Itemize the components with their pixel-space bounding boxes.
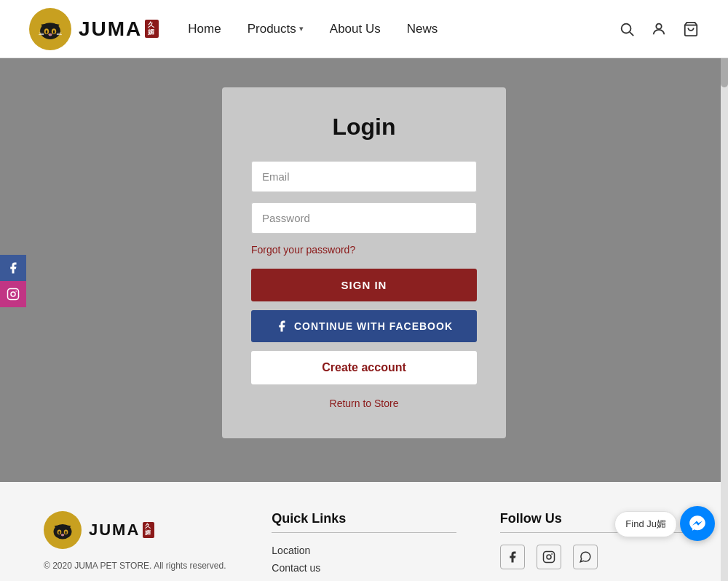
svg-point-1 <box>11 292 15 296</box>
footer-instagram-icon[interactable] <box>537 545 561 569</box>
cart-button[interactable] <box>683 21 699 37</box>
facebook-icon <box>275 320 288 333</box>
svg-point-15 <box>622 23 631 33</box>
footer-contact-link[interactable]: Contact us <box>272 562 456 574</box>
logo-cat-icon <box>36 15 64 43</box>
main-content: Login Forgot your password? SIGN IN CONT… <box>0 58 728 482</box>
footer-logo: JUMA 久 媚 <box>44 511 228 549</box>
find-juma-button[interactable]: Find Ju媚 <box>614 511 677 537</box>
svg-point-8 <box>46 30 48 33</box>
forgot-password-link[interactable]: Forgot your password? <box>251 244 477 256</box>
login-card: Login Forgot your password? SIGN IN CONT… <box>222 87 506 438</box>
products-chevron-icon: ▾ <box>299 24 304 33</box>
account-button[interactable] <box>651 21 667 37</box>
footer-quick-links: Quick Links Location Contact us <box>272 511 456 580</box>
footer-left: JUMA 久 媚 © 2020 JUMA PET STORE. All righ… <box>44 511 228 571</box>
svg-point-10 <box>48 33 52 36</box>
footer-logo-text: JUMA 久 媚 <box>89 521 154 540</box>
logo-text: JUMA 久 媚 <box>79 17 159 41</box>
svg-rect-0 <box>8 289 19 300</box>
nav-home[interactable]: Home <box>188 22 221 36</box>
login-title: Login <box>251 114 477 141</box>
footer-facebook-icon[interactable] <box>500 545 525 569</box>
sidebar-instagram-button[interactable] <box>0 281 26 307</box>
facebook-login-button[interactable]: CONTINUE WITH FACEBOOK <box>251 310 477 342</box>
password-input[interactable] <box>251 202 477 234</box>
return-to-store-link[interactable]: Return to Store <box>251 398 477 409</box>
quick-links-divider <box>272 532 456 533</box>
header: JUMA 久 媚 Home Products ▾ About Us News <box>0 0 728 58</box>
header-icons <box>619 21 699 37</box>
quick-links-title: Quick Links <box>272 511 456 526</box>
footer-social-icons <box>500 545 684 569</box>
svg-line-16 <box>630 32 633 36</box>
svg-point-24 <box>58 531 60 534</box>
footer-cat-icon <box>50 518 75 542</box>
nav-about[interactable]: About Us <box>330 22 381 36</box>
sign-in-button[interactable]: SIGN IN <box>251 269 477 301</box>
logo-circle <box>29 8 71 50</box>
footer-whatsapp-icon[interactable] <box>573 545 598 569</box>
svg-point-25 <box>65 531 66 534</box>
footer-top: JUMA 久 媚 © 2020 JUMA PET STORE. All righ… <box>44 511 684 580</box>
logo-link[interactable]: JUMA 久 媚 <box>29 8 159 50</box>
svg-point-9 <box>53 30 55 33</box>
svg-rect-27 <box>543 552 554 563</box>
footer-copyright: © 2020 JUMA PET STORE. All rights reserv… <box>44 561 228 571</box>
sidebar-facebook-button[interactable] <box>0 255 26 281</box>
main-nav: Home Products ▾ About Us News <box>188 22 438 36</box>
messenger-button[interactable] <box>680 506 715 541</box>
create-account-button[interactable]: Create account <box>251 351 477 384</box>
svg-point-2 <box>15 290 17 292</box>
svg-point-26 <box>61 534 65 536</box>
svg-point-29 <box>551 553 553 555</box>
logo-badge: 久 媚 <box>145 20 159 39</box>
svg-point-28 <box>547 555 551 559</box>
footer-logo-circle <box>44 511 82 549</box>
footer-location-link[interactable]: Location <box>272 545 456 556</box>
sidebar-social <box>0 255 26 307</box>
scrollbar[interactable] <box>721 0 728 581</box>
search-button[interactable] <box>619 21 635 37</box>
logo-name: JUMA <box>79 17 142 41</box>
email-input[interactable] <box>251 161 477 192</box>
nav-products[interactable]: Products ▾ <box>248 22 304 36</box>
messenger-icon <box>688 514 707 533</box>
svg-point-17 <box>656 23 661 28</box>
nav-news[interactable]: News <box>407 22 438 36</box>
